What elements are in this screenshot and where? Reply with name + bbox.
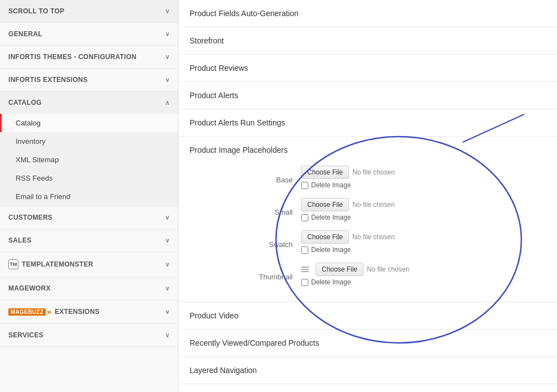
sidebar-item-header-mageworx[interactable]: MAGEWORX [0,277,178,299]
sidebar-item-header-magebuzz[interactable]: magebuzz » EXTENSIONS [0,300,178,323]
file-input-row-swatch: Choose File No file chosen [301,230,546,244]
placeholder-control-thumbnail: Choose File No file chosen Delete Image [301,260,546,293]
delete-checkbox-base[interactable] [301,182,308,189]
sidebar-item-rss-feeds[interactable]: RSS Feeds [0,169,178,187]
section-product-reviews[interactable]: Product Reviews [178,55,557,82]
sidebar-item-magebuzz: magebuzz » EXTENSIONS [0,300,178,324]
sidebar-item-header-scroll-to-top[interactable]: SCROLL TO TOP [0,0,178,22]
magebuzz-text: magebuzz [8,308,46,316]
chevron-down-icon [165,332,169,339]
magebuzz-arrow-icon: » [47,307,51,316]
sidebar-item-sales: SALES [0,229,178,252]
delete-label-swatch: Delete Image [311,246,351,254]
placeholder-label-swatch: Swatch [190,228,301,260]
chevron-up-icon [165,99,169,107]
delete-image-row-base: Delete Image [301,181,546,189]
sidebar-item-header-sales[interactable]: SALES [0,229,178,251]
sidebar-item-templatemonster: TM TEMPLATEMONSTER [0,252,178,277]
chevron-down-icon [165,261,169,268]
choose-file-button-small[interactable]: Choose File [301,198,349,211]
delete-image-row-thumbnail: Delete Image [301,278,546,286]
placeholder-row-base: Base Choose File No file chosen Delete I… [190,163,546,196]
placeholder-row-swatch: Swatch Choose File No file chosen Delete… [190,228,546,260]
sidebar-item-header-services[interactable]: SERVICES [0,324,178,346]
delete-image-row-small: Delete Image [301,214,546,221]
section-label-product-alerts: Product Alerts [190,91,238,100]
sidebar-catalog-submenu: Catalog Inventory XML Sitemap RSS Feeds … [0,114,178,206]
file-input-row-thumbnail: Choose File No file chosen [301,263,546,276]
section-product-alerts[interactable]: Product Alerts [178,82,557,109]
placeholder-row-small: Small Choose File No file chosen Delete … [190,196,546,228]
sidebar: SCROLL TO TOP GENERAL INFORTIS THEMES - … [0,0,178,392]
delete-label-thumbnail: Delete Image [311,278,351,286]
placeholder-control-swatch: Choose File No file chosen Delete Image [301,228,546,260]
no-file-text-swatch: No file chosen [352,233,395,241]
section-label-product-alerts-run: Product Alerts Run Settings [190,118,285,127]
sidebar-item-inventory[interactable]: Inventory [0,132,178,151]
chevron-down-icon [165,8,169,15]
sidebar-sub-label-email-friend: Email to a Friend [16,192,70,201]
chevron-down-icon [165,54,169,61]
section-label-product-reviews: Product Reviews [190,64,248,72]
section-product-image-placeholders: Product Image Placeholders Base Choose F… [178,137,557,302]
sidebar-label-infortis-themes: INFORTIS THEMES - CONFIGURATION [8,53,137,61]
sidebar-item-xml-sitemap[interactable]: XML Sitemap [0,151,178,169]
placeholder-control-base: Choose File No file chosen Delete Image [301,163,546,196]
chevron-down-icon [165,31,169,38]
section-label-product-fields: Product Fields Auto-Generation [190,9,298,18]
section-label-recently-viewed: Recently Viewed/Compared Products [190,338,319,347]
placeholder-label-small: Small [190,196,301,228]
delete-label-base: Delete Image [311,181,351,189]
sidebar-item-catalog-sub[interactable]: Catalog [0,114,178,132]
section-recently-viewed[interactable]: Recently Viewed/Compared Products [178,330,557,357]
sidebar-item-header-customers[interactable]: CUSTOMERS [0,206,178,229]
placeholder-table: Base Choose File No file chosen Delete I… [190,163,546,293]
sidebar-sub-label-xml-sitemap: XML Sitemap [16,156,59,164]
sidebar-item-services: SERVICES [0,324,178,347]
delete-image-row-swatch: Delete Image [301,246,546,254]
sidebar-label-sales: SALES [8,236,32,244]
section-layered-navigation[interactable]: Layered Navigation [178,357,557,384]
templatemonster-header: TM TEMPLATEMONSTER [8,259,93,269]
delete-checkbox-swatch[interactable] [301,246,308,254]
no-file-text-small: No file chosen [352,201,395,209]
sidebar-item-header-templatemonster[interactable]: TM TEMPLATEMONSTER [0,252,178,277]
drag-handle-icon[interactable] [301,264,311,274]
section-product-alerts-run[interactable]: Product Alerts Run Settings [178,109,557,137]
sidebar-item-general: GENERAL [0,23,178,46]
choose-file-button-swatch[interactable]: Choose File [301,230,349,244]
sidebar-label-customers: CUSTOMERS [8,214,52,221]
sidebar-item-header-infortis-extensions[interactable]: INFORTIS EXTENSIONS [0,69,178,91]
sidebar-label-templatemonster: TEMPLATEMONSTER [22,260,93,268]
chevron-down-icon [165,308,169,316]
sidebar-item-email-friend[interactable]: Email to a Friend [0,187,178,206]
sidebar-item-header-catalog[interactable]: CATALOG [0,91,178,114]
chevron-down-icon [165,285,169,292]
main-content: Product Fields Auto-Generation Storefron… [178,0,557,392]
no-file-text-base: No file chosen [352,168,395,176]
delete-checkbox-small[interactable] [301,214,308,221]
section-product-video[interactable]: Product Video [178,302,557,330]
section-storefront[interactable]: Storefront [178,27,557,55]
magebuzz-logo: magebuzz » [8,307,51,316]
sidebar-item-customers: CUSTOMERS [0,206,178,229]
section-product-fields[interactable]: Product Fields Auto-Generation [178,0,557,27]
section-label-layered-navigation: Layered Navigation [190,366,257,375]
sidebar-item-header-general[interactable]: GENERAL [0,23,178,45]
templatemonster-icon: TM [8,259,18,269]
sidebar-item-scroll-to-top: SCROLL TO TOP [0,0,178,23]
sidebar-label-magebuzz-extensions: EXTENSIONS [55,308,99,316]
file-input-row-small: Choose File No file chosen [301,198,546,211]
sidebar-item-header-infortis-themes[interactable]: INFORTIS THEMES - CONFIGURATION [0,46,178,68]
sidebar-sub-label-rss-feeds: RSS Feeds [16,174,52,182]
sidebar-label-scroll-to-top: SCROLL TO TOP [8,7,65,15]
sidebar-label-general: GENERAL [8,30,42,38]
choose-file-button-base[interactable]: Choose File [301,166,349,179]
choose-file-button-thumbnail[interactable]: Choose File [316,263,364,276]
section-label-product-video: Product Video [190,311,239,320]
sidebar-label-infortis-extensions: INFORTIS EXTENSIONS [8,76,88,84]
chevron-down-icon [165,76,169,84]
delete-checkbox-thumbnail[interactable] [301,279,308,286]
no-file-text-thumbnail: No file chosen [367,265,409,273]
sidebar-label-services: SERVICES [8,331,43,339]
